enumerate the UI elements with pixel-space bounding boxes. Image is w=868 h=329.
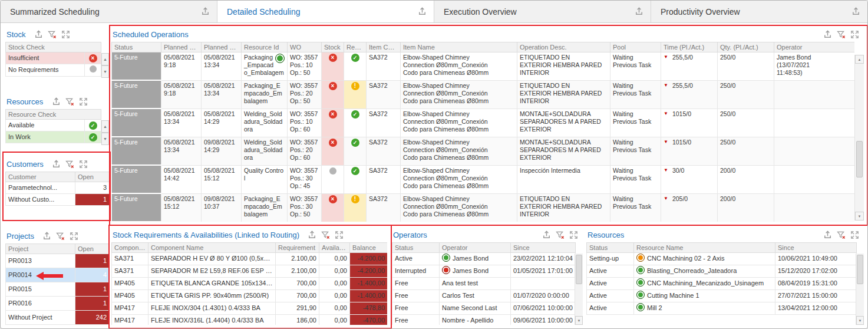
export-icon[interactable] — [634, 7, 643, 17]
resource-row[interactable]: Active Blasting_Chorreado_Jateadora 15/1… — [587, 265, 857, 278]
resource-check-label: In Work — [6, 131, 85, 143]
tab[interactable]: Summarized Scheduling — [1, 1, 217, 22]
resource-row[interactable]: Setting-up CNC Machining 02 - 2 Axis 10/… — [587, 253, 857, 265]
scroll-down-button[interactable] — [855, 212, 864, 221]
operation-row[interactable]: 5-Future 05/08/2021 15:12 09/08/2021 10:… — [112, 193, 855, 222]
operator-row[interactable]: Free Ana test test — [392, 278, 576, 290]
filter-icon[interactable] — [555, 230, 565, 239]
scroll-down-button[interactable] — [101, 65, 109, 78]
resource-row[interactable]: Active CNC Machining_Mecanizado_Usinagem… — [587, 278, 857, 290]
stock-check-row[interactable]: Insufficient — [6, 52, 101, 64]
scrollbar[interactable] — [854, 55, 864, 221]
maximize-icon[interactable] — [79, 159, 88, 169]
stock-req-row[interactable]: MP405 ETIQUETA BLANCA GRANDE 105x134 mm.… — [112, 278, 388, 290]
app-root: Summarized Scheduling Detailed Schedulin… — [0, 0, 868, 329]
maximize-icon[interactable] — [70, 231, 79, 241]
operation-row[interactable]: 5-Future 05/08/2021 9:18 05/08/2021 13:3… — [112, 80, 855, 108]
stock-req-row[interactable]: MP417 FLEJE INOX/316L (1.4404) 0.4/333 B… — [112, 315, 388, 325]
export-icon[interactable] — [51, 97, 61, 106]
operator-row[interactable]: Active James Bond 23/02/2021 12:10:04 — [392, 253, 576, 265]
export-icon[interactable] — [417, 7, 427, 17]
filter-icon[interactable] — [836, 230, 846, 239]
operation-status: 5-Future — [112, 52, 161, 81]
project-row[interactable]: PR0013 1 — [6, 254, 110, 268]
maximize-icon[interactable] — [850, 29, 859, 39]
export-icon[interactable] — [200, 7, 210, 17]
operation-row[interactable]: 5-Future 05/08/2021 13:34 09/08/2021 14:… — [112, 137, 855, 165]
scrollbar[interactable] — [575, 254, 583, 325]
resource-row[interactable]: Active Mill 2 13/04/2021 12:00:00 — [587, 302, 857, 315]
operator-row[interactable]: Free Carlos Test 01/07/2020 0:00:00 — [392, 290, 576, 302]
export-icon[interactable] — [308, 230, 317, 239]
export-icon[interactable] — [52, 159, 61, 169]
filter-icon[interactable] — [321, 230, 331, 239]
delay-flag-icon — [664, 196, 668, 201]
maximize-icon[interactable] — [61, 29, 71, 39]
export-icon[interactable] — [42, 231, 52, 241]
maximize-icon[interactable] — [850, 230, 859, 239]
maximize-icon[interactable] — [569, 230, 578, 239]
resource-check-row[interactable]: Available — [6, 120, 101, 131]
scrollbar[interactable] — [101, 53, 109, 79]
filter-icon[interactable] — [48, 29, 57, 39]
column-header-requirement: Requirement — [276, 243, 319, 253]
operation-planned-end: 05/08/2021 13:34 — [202, 52, 242, 81]
operation-resource-id: Packaging_Empacado_Embalagem — [242, 52, 288, 81]
resource-name: Mill 2 — [647, 304, 662, 311]
scroll-thumb[interactable] — [576, 255, 582, 284]
maximize-icon[interactable] — [78, 97, 88, 106]
stock-req-row[interactable]: MP417 FLEJE INOX/304 (1.4301) 0.4/333 BA… — [112, 302, 388, 315]
operation-row[interactable]: 5-Future 05/08/2021 13:34 05/08/2021 14:… — [112, 108, 855, 137]
customer-row[interactable]: Parametechnol... 3 — [6, 182, 110, 194]
scroll-down-button[interactable] — [101, 133, 109, 145]
stock-status-icon — [329, 195, 337, 203]
filter-icon[interactable] — [836, 29, 846, 39]
filter-icon[interactable] — [65, 97, 74, 106]
scroll-up-button[interactable] — [101, 53, 109, 65]
tab[interactable]: Productivity Overview — [651, 1, 867, 22]
operator-row[interactable]: Free Nombre - Apellido 09/06/2021 10:00:… — [392, 315, 576, 325]
scroll-thumb[interactable] — [856, 141, 863, 177]
scrollbar[interactable] — [856, 254, 864, 325]
scroll-thumb[interactable] — [857, 255, 863, 284]
projects-panel: Projects Project Open PR0013 1 — [5, 228, 109, 326]
scroll-up-button[interactable] — [101, 120, 109, 133]
project-row[interactable]: Without Project 242 — [6, 311, 110, 325]
scroll-down-button[interactable] — [575, 316, 583, 325]
maximize-icon[interactable] — [335, 230, 344, 239]
operator-row[interactable]: Free Name Second Last 07/06/2021 10:00:0… — [392, 302, 576, 315]
filter-icon[interactable] — [65, 159, 75, 169]
stock-req-row[interactable]: SA371 SEPARADOR M E2 L59,8 REF.06 ESP 1.… — [112, 265, 388, 278]
tab[interactable]: Detailed Scheduling — [217, 1, 434, 22]
resource-check-icon — [351, 139, 359, 147]
resource-check-row[interactable]: In Work — [6, 131, 101, 143]
available-value: 0,00 — [319, 315, 350, 325]
scroll-up-button[interactable] — [855, 55, 864, 64]
project-row[interactable]: PR0015 1 — [6, 282, 110, 297]
stock-check-row[interactable]: No Requirements — [6, 64, 101, 77]
export-icon[interactable] — [823, 29, 832, 39]
export-icon[interactable] — [823, 230, 832, 239]
stock-req-row[interactable]: SA371 SEPARADOR H EV Ø 80 Y Ø100 (0,5x10… — [112, 253, 388, 265]
operator-row[interactable]: Interrupted James Bond 01/05/2021 17:01:… — [392, 265, 576, 278]
customer-row[interactable]: Without Custo... 1 — [6, 194, 110, 206]
delay-flag-icon — [664, 83, 668, 88]
available-value: 0,00 — [319, 253, 350, 265]
resource-cell: Mill 2 — [634, 302, 775, 315]
project-row[interactable]: PR0016 1 — [6, 297, 110, 311]
export-icon[interactable] — [34, 29, 44, 39]
operation-row[interactable]: 5-Future 05/08/2021 9:18 05/08/2021 13:3… — [112, 52, 855, 81]
scroll-down-button[interactable] — [856, 316, 864, 325]
operation-item-name: Elbow-Shaped Chimney Connection Ø80mm_Co… — [401, 193, 517, 222]
tab[interactable]: Execution Overview — [434, 1, 651, 22]
scroll-track[interactable] — [855, 64, 864, 212]
scrollbar[interactable] — [101, 120, 109, 146]
project-row[interactable]: PR0014 4 — [6, 268, 110, 282]
resource-row[interactable]: Active Cutting Machine 1 27/07/2021 15:0… — [587, 290, 857, 302]
export-icon[interactable] — [851, 7, 860, 17]
operation-row[interactable]: 5-Future 05/08/2021 14:42 05/08/2021 15:… — [112, 165, 855, 193]
column-header-operation-desc: Operation Desc. — [517, 42, 610, 52]
filter-icon[interactable] — [56, 231, 65, 241]
stock-req-row[interactable]: MP405 ETIQUETA GRIS PP. 90x40mm (2500/R)… — [112, 290, 388, 302]
export-icon[interactable] — [542, 230, 551, 239]
